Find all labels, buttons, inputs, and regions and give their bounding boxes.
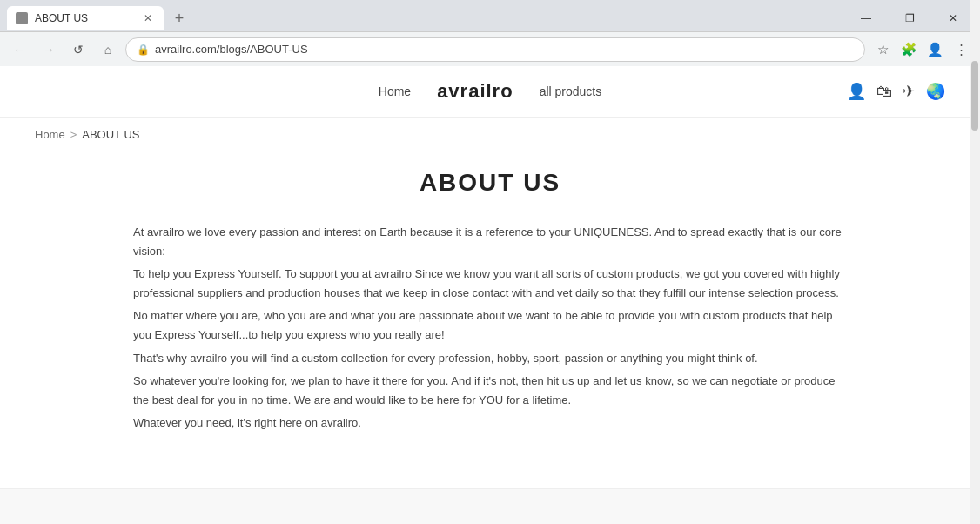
breadcrumb-current: ABOUT US <box>82 128 139 141</box>
home-button[interactable]: ⌂ <box>96 37 120 62</box>
about-para-6: Whatever you need, it's right here on av… <box>133 413 847 433</box>
website-content: Home avrailro all products 👤 🛍 ✈ 🌏 Home … <box>0 66 980 524</box>
bookmark-icon[interactable]: ☆ <box>870 37 895 62</box>
nav-left: Home avrailro all products <box>379 80 601 103</box>
close-button[interactable]: ✕ <box>933 6 973 30</box>
tab-title: ABOUT US <box>35 12 134 24</box>
about-para-3: No matter where you are, who you are and… <box>133 306 847 345</box>
forward-button[interactable]: → <box>37 37 61 62</box>
site-logo[interactable]: avrailro <box>437 80 513 103</box>
browser-toolbar: ← → ↺ ⌂ 🔒 avrailro.com/blogs/ABOUT-US ☆ … <box>0 31 980 66</box>
extensions-icon[interactable]: 🧩 <box>896 37 921 62</box>
scrollbar-track[interactable] <box>970 0 980 524</box>
back-button[interactable]: ← <box>7 37 31 62</box>
site-nav: Home avrailro all products 👤 🛍 ✈ 🌏 <box>0 66 980 118</box>
tab-bar: ABOUT US ✕ + — ❐ ✕ <box>0 0 980 31</box>
lock-icon: 🔒 <box>137 44 150 56</box>
nav-icons: 👤 🛍 ✈ 🌏 <box>847 82 945 101</box>
active-tab[interactable]: ABOUT US ✕ <box>7 6 164 30</box>
reload-button[interactable]: ↺ <box>66 37 91 62</box>
account-icon[interactable]: 👤 <box>847 82 866 101</box>
toolbar-icons: ☆ 🧩 👤 ⋮ <box>870 37 973 62</box>
breadcrumb-separator: > <box>70 128 77 141</box>
browser-chrome: ABOUT US ✕ + — ❐ ✕ ← → ↺ ⌂ 🔒 avrailro.co… <box>0 0 980 66</box>
share-icon[interactable]: ✈ <box>903 82 916 101</box>
breadcrumb-home-link[interactable]: Home <box>35 128 65 141</box>
page-body: At avrailro we love every passion and in… <box>133 223 847 433</box>
cart-icon[interactable]: 🛍 <box>876 83 892 101</box>
window-controls: — ❐ ✕ <box>846 6 973 30</box>
restore-button[interactable]: ❐ <box>889 6 930 30</box>
site-footer: MENU Home all products Support ABOUT US … <box>0 488 980 524</box>
minimize-button[interactable]: — <box>846 6 886 30</box>
url-text: avrailro.com/blogs/ABOUT-US <box>155 43 308 56</box>
about-para-5: So whatever you're looking for, we plan … <box>133 372 847 410</box>
address-bar[interactable]: 🔒 avrailro.com/blogs/ABOUT-US <box>125 37 865 62</box>
globe-icon[interactable]: 🌏 <box>926 82 945 101</box>
scrollbar-thumb[interactable] <box>971 61 978 131</box>
about-para-4: That's why avrailro you will find a cust… <box>133 349 847 368</box>
about-para-1: At avrailro we love every passion and in… <box>133 223 847 261</box>
page-content: ABOUT US At avrailro we love every passi… <box>98 151 882 488</box>
tab-close-button[interactable]: ✕ <box>141 11 155 25</box>
profile-icon[interactable]: 👤 <box>923 37 947 62</box>
about-para-2: To help you Express Yourself. To support… <box>133 265 847 303</box>
page-title: ABOUT US <box>133 169 847 197</box>
new-tab-button[interactable]: + <box>167 6 191 30</box>
nav-home-link[interactable]: Home <box>379 84 411 98</box>
nav-all-products-link[interactable]: all products <box>540 84 602 98</box>
breadcrumb: Home > ABOUT US <box>0 118 980 151</box>
tab-favicon <box>16 12 28 24</box>
